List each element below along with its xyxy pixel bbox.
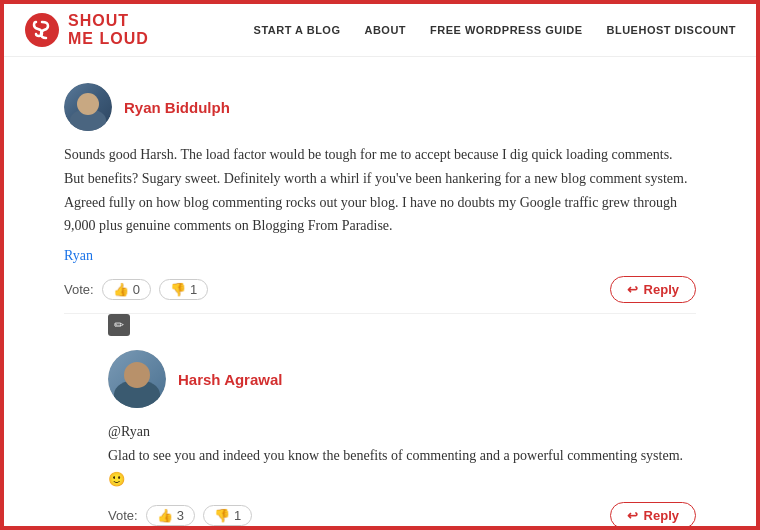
comment-text-harsh: Glad to see you and indeed you know the …	[108, 448, 683, 487]
avatar-ryan-img	[64, 83, 112, 131]
comments-section: Ryan Biddulph Sounds good Harsh. The loa…	[4, 57, 756, 530]
thumbs-down-icon-harsh: 👎	[214, 508, 230, 523]
commenter-name-ryan[interactable]: Ryan Biddulph	[124, 99, 230, 116]
signature-text: Ryan	[64, 248, 93, 263]
reply-arrow-icon: ↩	[627, 282, 638, 297]
nav-bluehost[interactable]: BLUEHOST DISCOUNT	[607, 24, 737, 36]
pencil-icon: ✏	[114, 318, 124, 333]
reply-label-harsh: Reply	[644, 508, 679, 523]
logo-icon	[24, 12, 60, 48]
comment-body-ryan: Sounds good Harsh. The load factor would…	[64, 143, 696, 238]
vote-down-harsh[interactable]: 👎 1	[203, 505, 252, 526]
nested-comment-wrapper: ✏ Harsh Agrawal @Ryan Glad to see you an…	[108, 314, 696, 530]
vote-down-count-harsh: 1	[234, 508, 241, 523]
reply-target: @Ryan	[108, 424, 150, 439]
reply-arrow-icon-harsh: ↩	[627, 508, 638, 523]
avatar-ryan	[64, 83, 112, 131]
nav-start-blog[interactable]: START A BLOG	[254, 24, 341, 36]
vote-down-ryan[interactable]: 👎 1	[159, 279, 208, 300]
vote-label-ryan: Vote:	[64, 282, 94, 297]
thumbs-up-icon: 👍	[113, 282, 129, 297]
comment-body-harsh: @Ryan Glad to see you and indeed you kno…	[108, 420, 696, 491]
comment-harsh: Harsh Agrawal @Ryan Glad to see you and …	[108, 340, 696, 530]
comment-ryan: Ryan Biddulph Sounds good Harsh. The loa…	[64, 67, 696, 314]
thumbs-down-icon: 👎	[170, 282, 186, 297]
vote-label-harsh: Vote:	[108, 508, 138, 523]
thumbs-up-icon-harsh: 👍	[157, 508, 173, 523]
reply-button-ryan[interactable]: ↩ Reply	[610, 276, 696, 303]
reply-label-ryan: Reply	[644, 282, 679, 297]
vote-up-harsh[interactable]: 👍 3	[146, 505, 195, 526]
comment-harsh-header: Harsh Agrawal	[108, 350, 696, 408]
vote-row-ryan: Vote: 👍 0 👎 1 ↩ Reply	[64, 276, 696, 303]
avatar-harsh	[108, 350, 166, 408]
site-header: SHOUT ME LOUD START A BLOG ABOUT FREE WO…	[4, 4, 756, 57]
commenter-name-harsh[interactable]: Harsh Agrawal	[178, 371, 282, 388]
logo-text: SHOUT ME LOUD	[68, 12, 149, 47]
vote-area-ryan: Vote: 👍 0 👎 1	[64, 279, 208, 300]
vote-up-count-ryan: 0	[133, 282, 140, 297]
vote-up-count-harsh: 3	[177, 508, 184, 523]
nav-wordpress-guide[interactable]: FREE WORDPRESS GUIDE	[430, 24, 582, 36]
vote-up-ryan[interactable]: 👍 0	[102, 279, 151, 300]
vote-row-harsh: Vote: 👍 3 👎 1 ↩ Reply	[108, 502, 696, 529]
comment-signature-ryan: Ryan	[64, 248, 696, 264]
site-logo[interactable]: SHOUT ME LOUD	[24, 12, 149, 48]
comment-ryan-header: Ryan Biddulph	[64, 83, 696, 131]
avatar-harsh-img	[108, 350, 166, 408]
reply-button-harsh[interactable]: ↩ Reply	[610, 502, 696, 529]
edit-marker[interactable]: ✏	[108, 314, 130, 336]
main-nav: START A BLOG ABOUT FREE WORDPRESS GUIDE …	[254, 24, 736, 36]
vote-down-count-ryan: 1	[190, 282, 197, 297]
vote-area-harsh: Vote: 👍 3 👎 1	[108, 505, 252, 526]
nav-about[interactable]: ABOUT	[364, 24, 406, 36]
